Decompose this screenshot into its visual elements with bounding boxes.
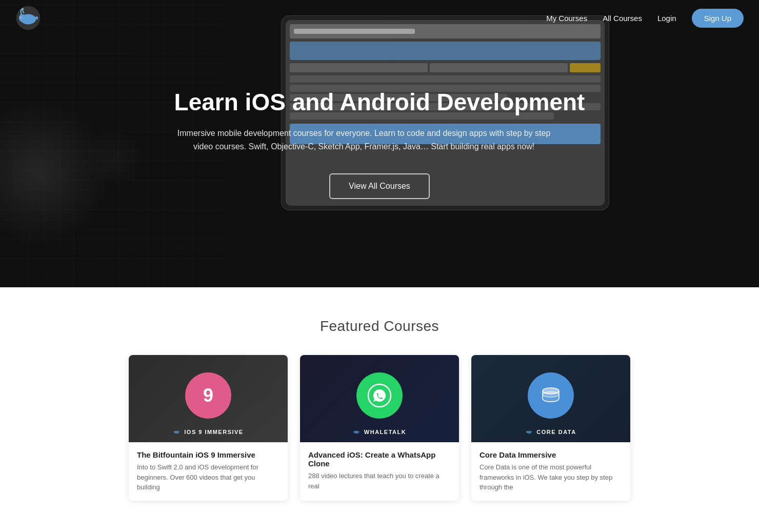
- featured-section: Featured Courses 9 iOS 9 IMMERSIVE: [0, 287, 759, 521]
- courses-grid: 9 iOS 9 IMMERSIVE The Bitfountain iOS 9 …: [72, 355, 687, 501]
- course-card-body-ios9: The Bitfountain iOS 9 Immersive Into to …: [129, 442, 288, 501]
- view-all-courses-button[interactable]: View All Courses: [329, 173, 430, 199]
- course-banner-whatsapp: WHALETALK: [300, 355, 459, 442]
- featured-title: Featured Courses: [10, 318, 749, 334]
- nav-all-courses[interactable]: All Courses: [603, 14, 642, 23]
- course-icon-ios9: 9: [185, 372, 231, 419]
- whatsapp-svg-icon: [367, 383, 392, 408]
- navbar: My Courses All Courses Login Sign Up: [0, 0, 759, 36]
- nav-login[interactable]: Login: [657, 14, 676, 23]
- nav-my-courses[interactable]: My Courses: [546, 14, 587, 23]
- whale-small-icon: [173, 428, 181, 436]
- logo-icon: [15, 5, 41, 31]
- svg-point-6: [174, 431, 176, 433]
- course-banner-coredata: CORE DATA: [471, 355, 630, 442]
- whatsapp-banner-text: WHALETALK: [364, 429, 406, 435]
- course-icon-whatsapp: [356, 372, 403, 419]
- course-banner-ios9: 9 iOS 9 IMMERSIVE: [129, 355, 288, 442]
- logo[interactable]: [15, 5, 41, 31]
- coredata-svg-icon: [538, 383, 564, 408]
- course-card-desc-coredata: Core Data is one of the most powerful fr…: [480, 462, 622, 492]
- signup-button[interactable]: Sign Up: [692, 9, 744, 28]
- ios9-banner-text: iOS 9 IMMERSIVE: [184, 429, 243, 435]
- svg-point-12: [543, 388, 559, 394]
- svg-point-9: [353, 431, 355, 433]
- course-card-whatsapp[interactable]: WHALETALK Advanced iOS: Create a WhatsAp…: [300, 355, 459, 501]
- hero-section: Learn iOS and Android Development Immers…: [0, 0, 759, 287]
- ios9-icon-text: 9: [203, 385, 213, 406]
- course-card-desc-ios9: Into to Swift 2.0 and iOS development fo…: [137, 462, 279, 492]
- course-banner-label-whatsapp: WHALETALK: [353, 428, 406, 436]
- course-card-coredata[interactable]: CORE DATA Core Data Immersive Core Data …: [471, 355, 630, 501]
- svg-point-2: [19, 14, 26, 22]
- course-card-title-coredata: Core Data Immersive: [480, 450, 622, 459]
- course-card-ios9[interactable]: 9 iOS 9 IMMERSIVE The Bitfountain iOS 9 …: [129, 355, 288, 501]
- whale-small-icon-3: [525, 428, 533, 436]
- course-icon-coredata: [528, 372, 574, 419]
- course-card-desc-whatsapp: 288 video lectures that teach you to cre…: [308, 471, 451, 491]
- coredata-banner-text: CORE DATA: [536, 429, 576, 435]
- nav-links: My Courses All Courses Login Sign Up: [546, 9, 744, 28]
- hero-title: Learn iOS and Android Development: [174, 88, 585, 116]
- svg-point-4: [21, 17, 22, 18]
- course-card-title-whatsapp: Advanced iOS: Create a WhatsApp Clone: [308, 450, 451, 468]
- course-banner-label-coredata: CORE DATA: [525, 428, 576, 436]
- course-card-body-whatsapp: Advanced iOS: Create a WhatsApp Clone 28…: [300, 442, 459, 499]
- hero-content: Learn iOS and Android Development Immers…: [164, 88, 595, 199]
- hero-subtitle: Immersive mobile development courses for…: [174, 127, 554, 153]
- whale-small-icon-2: [353, 428, 361, 436]
- course-card-body-coredata: Core Data Immersive Core Data is one of …: [471, 442, 630, 501]
- course-card-title-ios9: The Bitfountain iOS 9 Immersive: [137, 450, 279, 459]
- svg-point-14: [526, 431, 528, 433]
- course-banner-label-ios9: iOS 9 IMMERSIVE: [173, 428, 243, 436]
